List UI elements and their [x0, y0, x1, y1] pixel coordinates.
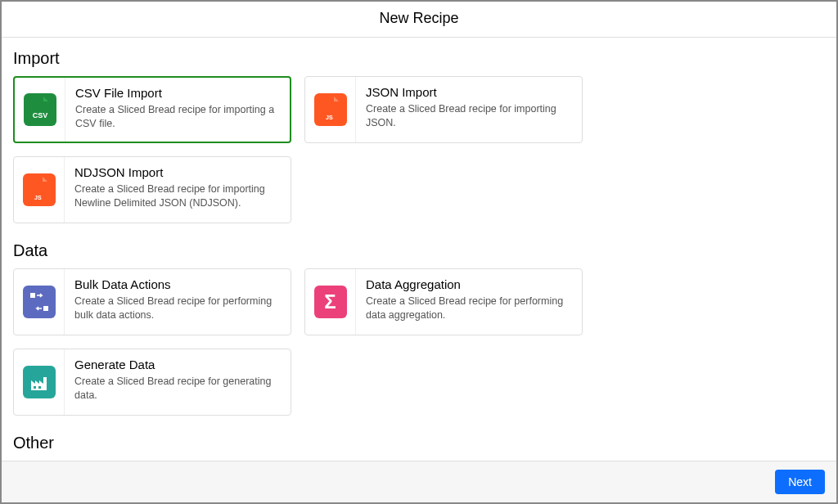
card-desc: Create a Sliced Bread recipe for perform… [366, 295, 572, 322]
next-button[interactable]: Next [775, 470, 825, 494]
dialog-footer: Next [2, 461, 836, 502]
new-recipe-dialog: New Recipe Import CSV CSV File Import [0, 0, 838, 504]
card-desc: Create a Sliced Bread recipe for importi… [74, 182, 281, 210]
card-title: Generate Data [74, 358, 281, 371]
card-generate-data[interactable]: Generate Data Create a Sliced Bread reci… [13, 349, 291, 416]
card-title: NDJSON Import [74, 165, 281, 179]
card-title: CSV File Import [75, 86, 280, 100]
card-title: Bulk Data Actions [74, 277, 281, 291]
card-csv-file-import[interactable]: CSV CSV File Import Create a Sliced Brea… [13, 76, 291, 143]
sigma-icon: Σ [314, 286, 347, 318]
card-desc: Create a Sliced Bread recipe for importi… [75, 103, 280, 131]
svg-text:JS: JS [34, 195, 42, 200]
section-heading-other: Other [13, 434, 825, 452]
bulk-actions-icon [23, 286, 56, 318]
section-heading-import: Import [13, 49, 825, 68]
card-title: Data Aggregation [366, 277, 572, 291]
card-json-import[interactable]: JS JSON Import Create a Sliced Bread rec… [304, 76, 583, 143]
dialog-title: New Recipe [2, 2, 836, 38]
json-file-icon: JS [314, 93, 347, 126]
dialog-content: Import CSV CSV File Import Create a Slic… [2, 38, 836, 461]
svg-rect-3 [30, 293, 35, 298]
csv-file-icon: CSV [24, 93, 56, 126]
ndjson-file-icon: JS [23, 173, 56, 206]
card-bulk-data-actions[interactable]: Bulk Data Actions Create a Sliced Bread … [13, 268, 291, 335]
card-data-aggregation[interactable]: Σ Data Aggregation Create a Sliced Bread… [304, 268, 583, 335]
factory-icon [23, 366, 56, 398]
svg-rect-5 [34, 386, 36, 389]
svg-text:CSV: CSV [32, 111, 47, 119]
card-desc: Create a Sliced Bread recipe for perform… [74, 295, 281, 322]
card-desc: Create a Sliced Bread recipe for generat… [74, 375, 281, 403]
svg-text:JS: JS [326, 115, 333, 120]
svg-rect-4 [43, 306, 48, 311]
card-title: JSON Import [366, 85, 572, 99]
svg-rect-6 [38, 386, 41, 389]
section-heading-data: Data [13, 241, 825, 260]
data-grid: Bulk Data Actions Create a Sliced Bread … [13, 268, 825, 416]
import-grid: CSV CSV File Import Create a Sliced Brea… [13, 76, 825, 223]
card-ndjson-import[interactable]: JS NDJSON Import Create a Sliced Bread r… [13, 156, 291, 223]
card-desc: Create a Sliced Bread recipe for importi… [366, 102, 572, 130]
